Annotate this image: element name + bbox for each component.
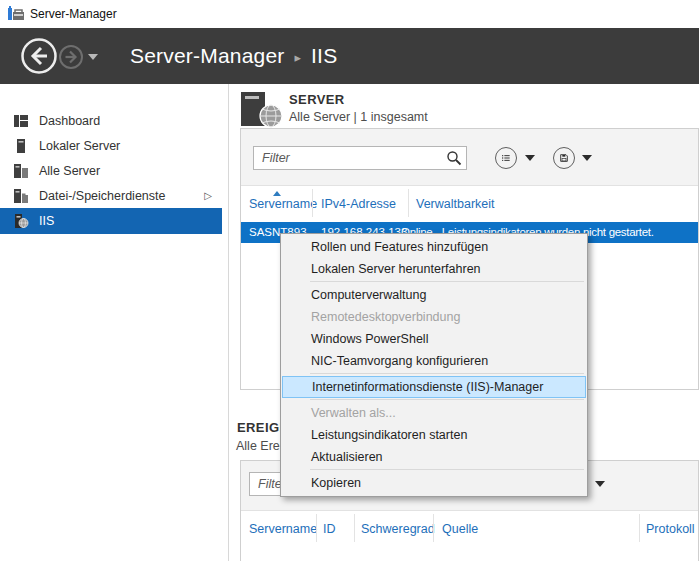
- menu-item-rollen-und-features-hinzufuegen[interactable]: Rollen und Features hinzufügen: [281, 236, 587, 258]
- window-titlebar: Server-Manager: [0, 0, 699, 28]
- dashboard-icon: [13, 113, 29, 129]
- breadcrumb-root[interactable]: Server-Manager: [130, 44, 285, 68]
- column-header-id[interactable]: ID: [323, 522, 336, 536]
- sidebar-item-label: Lokaler Server: [39, 139, 120, 153]
- save-query-dropdown-caret[interactable]: [582, 155, 592, 161]
- servers-filter: [253, 146, 467, 170]
- servers-section-icon: [240, 92, 284, 130]
- column-header-schweregrad[interactable]: Schweregrad: [361, 522, 435, 536]
- sidebar-divider: [228, 84, 229, 561]
- sidebar-item-iis[interactable]: IIS: [0, 208, 222, 234]
- sidebar-item-dashboard[interactable]: Dashboard: [0, 108, 222, 133]
- breadcrumb: Server-Manager ▸ IIS: [130, 28, 337, 84]
- column-divider: [433, 514, 434, 542]
- tasks-list-button[interactable]: [495, 147, 517, 169]
- sort-ascending-icon: [273, 191, 281, 196]
- breadcrumb-current[interactable]: IIS: [311, 44, 337, 68]
- column-divider: [316, 514, 317, 542]
- sidebar-item-label: Dashboard: [39, 114, 100, 128]
- back-button[interactable]: [20, 37, 58, 75]
- column-divider: [639, 514, 640, 542]
- column-divider: [408, 189, 409, 217]
- menu-item-lokalen-server-herunterfahren[interactable]: Lokalen Server herunterfahren: [281, 258, 587, 280]
- save-query-button[interactable]: [553, 147, 575, 169]
- column-header-verwaltbarkeit[interactable]: Verwaltbarkeit: [416, 197, 495, 211]
- menu-item-verwalten-als: Verwalten als...: [281, 402, 587, 424]
- menu-item-computerverwaltung[interactable]: Computerverwaltung: [281, 284, 587, 306]
- column-header-quelle[interactable]: Quelle: [442, 522, 478, 536]
- search-icon: [446, 150, 462, 166]
- all-servers-icon: [13, 163, 29, 179]
- breadcrumb-separator-icon: ▸: [295, 50, 302, 65]
- sidebar-item-alle-server[interactable]: Alle Server: [0, 158, 222, 183]
- servers-section-subtitle: Alle Server | 1 insgesamt: [289, 110, 428, 124]
- servers-filter-input[interactable]: [253, 146, 467, 170]
- menu-item-leistungsindikatoren-starten[interactable]: Leistungsindikatoren starten: [281, 424, 587, 446]
- server-manager-app-icon: [8, 6, 24, 22]
- window-title: Server-Manager: [30, 7, 117, 21]
- local-server-icon: [13, 138, 29, 154]
- menu-separator: [310, 399, 584, 400]
- sidebar-item-label: Alle Server: [39, 164, 100, 178]
- menu-separator: [310, 373, 584, 374]
- column-divider: [354, 514, 355, 542]
- history-dropdown-caret[interactable]: [88, 54, 98, 60]
- menu-separator: [310, 469, 584, 470]
- menu-separator: [310, 281, 584, 282]
- file-storage-services-icon: [13, 188, 29, 204]
- forward-button[interactable]: [58, 44, 84, 70]
- nav-bar: Server-Manager ▸ IIS: [0, 28, 699, 84]
- tasks-list-dropdown-caret[interactable]: [525, 155, 535, 161]
- column-header-ipv4-adresse[interactable]: IPv4-Adresse: [321, 197, 396, 211]
- save-icon: [560, 152, 568, 164]
- sidebar-item-lokaler-server[interactable]: Lokaler Server: [0, 133, 222, 158]
- servers-section-title: SERVER: [289, 92, 345, 107]
- menu-item-nic-teamvorgang-konfigurieren[interactable]: NIC-Teamvorgang konfigurieren: [281, 350, 587, 372]
- sidebar-item-label: Datei-/Speicherdienste: [39, 189, 165, 203]
- expand-chevron-icon[interactable]: ▷: [204, 190, 212, 201]
- menu-item-windows-powershell[interactable]: Windows PowerShell: [281, 328, 587, 350]
- server-context-menu: Rollen und Features hinzufügen Lokalen S…: [280, 233, 588, 497]
- sidebar-item-label: IIS: [39, 214, 54, 228]
- sidebar: Dashboard Lokaler Server Alle Server: [0, 84, 222, 561]
- iis-icon: [13, 213, 29, 229]
- menu-item-kopieren[interactable]: Kopieren: [281, 472, 587, 494]
- list-icon: [502, 153, 510, 163]
- column-header-protokoll[interactable]: Protokoll: [646, 522, 695, 536]
- sidebar-item-datei-speicherdienste[interactable]: Datei-/Speicherdienste ▷: [0, 183, 222, 208]
- menu-item-remotedesktopverbindung: Remotedesktopverbindung: [281, 306, 587, 328]
- events-save-dropdown-caret[interactable]: [595, 481, 605, 487]
- column-divider: [312, 189, 313, 217]
- column-header-servername[interactable]: Servername: [249, 197, 317, 211]
- menu-item-iis-manager[interactable]: Internetinformationsdienste (IIS)-Manage…: [282, 376, 586, 398]
- menu-item-aktualisieren[interactable]: Aktualisieren: [281, 446, 587, 468]
- column-header-servername[interactable]: Servername: [249, 522, 317, 536]
